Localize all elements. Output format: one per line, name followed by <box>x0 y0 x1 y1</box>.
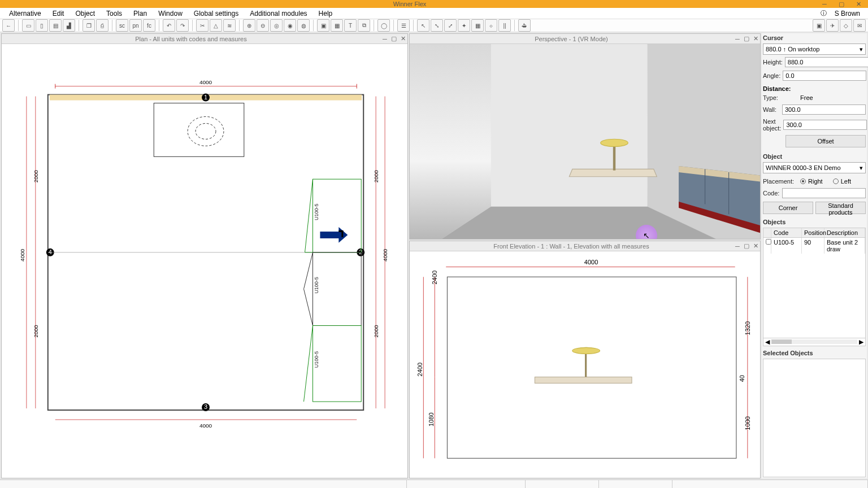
scroll-right-icon[interactable]: ▶ <box>857 338 865 346</box>
chevron-down-icon: ▾ <box>860 46 863 53</box>
cursor-height-select[interactable]: 880.0 ↑ On worktop▾ <box>763 43 866 55</box>
next-object-input[interactable] <box>783 120 867 130</box>
move2-icon[interactable]: ⤢ <box>444 19 457 32</box>
menu-tools[interactable]: Tools <box>101 8 128 19</box>
cut-icon[interactable]: ✂ <box>196 19 209 32</box>
placement-left-radio[interactable] <box>833 178 839 184</box>
horizontal-scrollbar[interactable] <box>771 339 792 344</box>
zoom-out-icon[interactable]: ⊖ <box>257 19 269 32</box>
menu-plan[interactable]: Plan <box>128 8 153 19</box>
workspace: Plan - All units with codes and measures… <box>0 32 868 480</box>
move1-icon[interactable]: ⤡ <box>431 19 443 32</box>
persp-max-icon[interactable]: ▢ <box>742 35 751 43</box>
menu-edit[interactable]: Edit <box>47 8 70 19</box>
help-icon[interactable]: ⓘ <box>817 8 830 19</box>
view3-icon[interactable]: ▤ <box>49 19 62 32</box>
pn-icon[interactable]: pn <box>129 19 142 32</box>
print-icon[interactable]: ⎙ <box>96 19 108 32</box>
cursor-section-title: Cursor <box>763 34 866 41</box>
align-icon[interactable]: ⟐ <box>485 19 497 32</box>
zoom-in-icon[interactable]: ⊕ <box>243 19 255 32</box>
redo-icon[interactable]: ↷ <box>176 19 189 32</box>
angle-input[interactable] <box>783 71 866 81</box>
view2-icon[interactable]: ▯ <box>36 19 48 32</box>
circle-icon[interactable]: ◯ <box>377 19 390 32</box>
elevation-canvas[interactable]: 4000 2400 2400 1080 1320 40 1000 <box>410 251 760 478</box>
perspective-panel: Perspective - 1 (VR Mode) ─ ▢ ✕ <box>409 33 761 239</box>
select-icon[interactable]: ↖ <box>417 19 429 32</box>
send-icon[interactable]: ✈ <box>826 19 839 32</box>
plan-title: Plan - All units with codes and measures <box>2 36 380 42</box>
zoom-all-icon[interactable]: ◉ <box>284 19 296 32</box>
menu-help[interactable]: Help <box>313 8 338 19</box>
perspective-title: Perspective - 1 (VR Mode) <box>410 36 733 42</box>
object-section-title: Object <box>763 153 866 160</box>
svg-rect-20 <box>313 252 361 326</box>
mail-icon[interactable]: ✉ <box>853 19 866 32</box>
user-name[interactable]: S Brown <box>830 8 865 19</box>
offset-button[interactable]: Offset <box>785 135 866 147</box>
menu-global-settings[interactable]: Global settings <box>188 8 244 19</box>
persp-close-icon[interactable]: ✕ <box>751 35 760 43</box>
row-checkbox[interactable] <box>766 239 771 245</box>
perspective-canvas[interactable]: 👣 ↖ <box>410 44 760 239</box>
menu-alternative[interactable]: Alternative <box>3 8 47 19</box>
persp-min-icon[interactable]: ─ <box>733 35 742 43</box>
move3-icon[interactable]: ✦ <box>458 19 470 32</box>
code-input[interactable] <box>782 188 866 198</box>
plan-min-icon[interactable]: ─ <box>380 35 389 43</box>
tag-icon[interactable]: ◇ <box>840 19 852 32</box>
globe-icon[interactable]: ◍ <box>297 19 310 32</box>
menu-additional-modules[interactable]: Additional modules <box>244 8 313 19</box>
zoom-fit-icon[interactable]: ◎ <box>270 19 283 32</box>
copy-icon[interactable]: ❐ <box>83 19 95 32</box>
plan-canvas[interactable]: 4000 1 2 3 4 <box>2 44 407 478</box>
standard-products-button[interactable]: Standard products <box>815 202 866 214</box>
dim-left-total: 4000 <box>19 249 25 262</box>
view4-icon[interactable]: ▟ <box>63 19 75 32</box>
tool2-icon[interactable]: ≋ <box>223 19 236 32</box>
elev-dim-top: 4000 <box>584 259 598 265</box>
fc-icon[interactable]: fc <box>143 19 155 32</box>
list-icon[interactable]: ☰ <box>397 19 410 32</box>
unit-label-3: U100-5 <box>314 351 319 368</box>
view1-icon[interactable]: ▭ <box>22 19 34 32</box>
text-icon[interactable]: T <box>344 19 357 32</box>
svg-point-16 <box>196 123 216 139</box>
selected-objects-list <box>763 359 866 477</box>
svg-line-24 <box>304 325 313 402</box>
tool1-icon[interactable]: △ <box>210 19 222 32</box>
scroll-left-icon[interactable]: ◀ <box>763 338 771 346</box>
svg-line-18 <box>305 179 313 252</box>
minimize-icon[interactable]: ─ <box>819 0 830 8</box>
elev-max-icon[interactable]: ▢ <box>742 242 751 250</box>
object-catalogue-select[interactable]: WINNER 0000-3 EN Demo▾ <box>763 162 866 173</box>
elev-min-icon[interactable]: ─ <box>733 242 742 250</box>
ruler-icon[interactable]: || <box>498 19 511 32</box>
wall-distance-input[interactable] <box>782 104 866 115</box>
elevation-title: Front Elevation - 1 : Wall - 1, Elevatio… <box>410 243 733 250</box>
back-icon[interactable]: ← <box>2 19 15 32</box>
dim-right-total: 4000 <box>382 249 388 262</box>
corner-button[interactable]: Corner <box>763 202 813 214</box>
plan-max-icon[interactable]: ▢ <box>389 35 398 43</box>
placement-right-radio[interactable] <box>800 178 806 184</box>
maximize-icon[interactable]: ▢ <box>836 0 847 8</box>
layer1-icon[interactable]: ▣ <box>317 19 329 32</box>
layer2-icon[interactable]: ▦ <box>331 19 343 32</box>
undo-icon[interactable]: ↶ <box>163 19 175 32</box>
sc-icon[interactable]: sc <box>116 19 128 32</box>
table-row[interactable]: U100-5 90 Base unit 2 draw <box>763 238 865 254</box>
elev-close-icon[interactable]: ✕ <box>751 242 760 250</box>
plan-close-icon[interactable]: ✕ <box>398 35 407 43</box>
height-input[interactable] <box>785 57 868 67</box>
svg-rect-14 <box>154 103 244 157</box>
chart-icon[interactable]: ⧉ <box>358 19 370 32</box>
menu-window[interactable]: Window <box>153 8 188 19</box>
ship-icon[interactable]: ⛴ <box>518 19 531 32</box>
camera-icon[interactable]: ▣ <box>813 19 825 32</box>
svg-point-40 <box>601 139 628 146</box>
close-icon[interactable]: ✕ <box>853 0 863 8</box>
menu-object[interactable]: Object <box>70 8 101 19</box>
grid-icon[interactable]: ▦ <box>471 19 484 32</box>
